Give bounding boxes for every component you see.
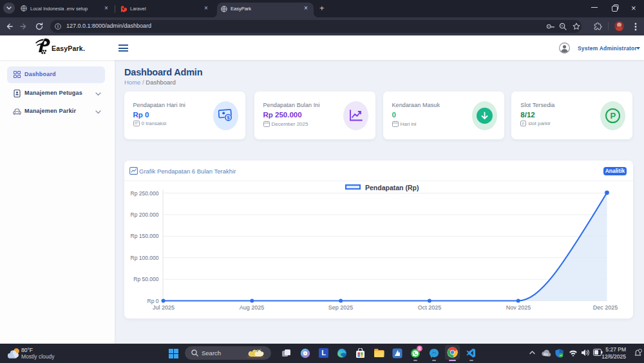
svg-text:Rp 100.000: Rp 100.000 bbox=[131, 255, 159, 261]
svg-text:Rp 150.000: Rp 150.000 bbox=[131, 233, 159, 239]
svg-text:Sep 2025: Sep 2025 bbox=[328, 304, 354, 311]
svg-text:Rp 0: Rp 0 bbox=[147, 298, 159, 304]
svg-text:Oct 2025: Oct 2025 bbox=[418, 304, 442, 311]
svg-text:Aug 2025: Aug 2025 bbox=[240, 304, 265, 311]
svg-text:Rp 250.000: Rp 250.000 bbox=[131, 190, 159, 197]
svg-text:P: P bbox=[522, 122, 525, 126]
svg-text:Nov 2025: Nov 2025 bbox=[506, 304, 531, 311]
svg-text:Rp 50.000: Rp 50.000 bbox=[133, 276, 158, 282]
svg-text:Jul 2025: Jul 2025 bbox=[153, 304, 175, 311]
svg-text:Dec 2025: Dec 2025 bbox=[593, 304, 618, 311]
svg-text:$: $ bbox=[227, 115, 230, 121]
svg-text:Rp 200.000: Rp 200.000 bbox=[131, 211, 159, 218]
